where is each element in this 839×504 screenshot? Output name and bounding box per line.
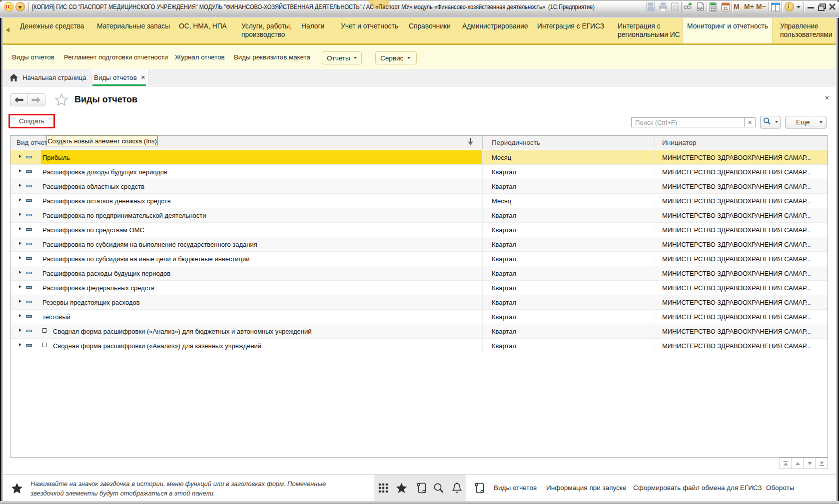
- svg-text:31: 31: [723, 6, 728, 11]
